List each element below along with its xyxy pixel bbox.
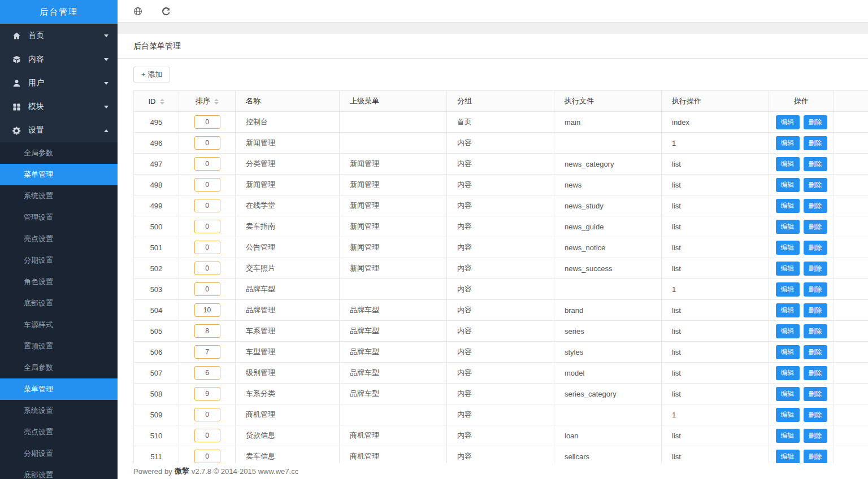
cell-parent: 新闻管理 bbox=[340, 175, 447, 195]
delete-button[interactable]: 删除 bbox=[804, 429, 827, 443]
edit-button[interactable]: 编辑 bbox=[776, 324, 800, 338]
edit-button[interactable]: 编辑 bbox=[776, 178, 800, 192]
delete-button[interactable]: 删除 bbox=[804, 387, 827, 401]
refresh-icon[interactable] bbox=[162, 7, 171, 16]
sidebar-item-home[interactable]: 首页 bbox=[0, 24, 118, 47]
sidebar-item-gear[interactable]: 设置 bbox=[0, 119, 118, 142]
column-header[interactable]: 排序 bbox=[179, 91, 236, 112]
edit-button[interactable]: 编辑 bbox=[776, 450, 800, 464]
sort-input[interactable] bbox=[194, 282, 220, 296]
sort-input[interactable] bbox=[194, 157, 220, 171]
sidebar-item-module[interactable]: 模块 bbox=[0, 95, 118, 119]
sort-input[interactable] bbox=[194, 324, 220, 338]
sort-input[interactable] bbox=[194, 450, 220, 463]
sort-input[interactable] bbox=[194, 303, 220, 317]
sort-input[interactable] bbox=[194, 366, 220, 380]
sidebar-subitem[interactable]: 菜单管理 bbox=[0, 378, 118, 400]
sort-input[interactable] bbox=[194, 429, 220, 442]
sidebar-subitem[interactable]: 菜单管理 bbox=[0, 164, 118, 185]
edit-button[interactable]: 编辑 bbox=[776, 220, 800, 234]
delete-button[interactable]: 删除 bbox=[804, 241, 827, 255]
table-row: 505车系管理品牌车型内容serieslist编辑删除 bbox=[134, 321, 868, 342]
sidebar-subitem[interactable]: 管理设置 bbox=[0, 207, 118, 228]
sort-input[interactable] bbox=[194, 199, 220, 212]
app-title[interactable]: 后台管理 bbox=[0, 0, 118, 24]
sort-input[interactable] bbox=[194, 345, 220, 359]
cell-ops: 编辑删除 bbox=[769, 237, 834, 258]
sidebar-subitem[interactable]: 底部设置 bbox=[0, 293, 118, 314]
cell-id: 501 bbox=[134, 237, 179, 258]
cell-spacer bbox=[834, 258, 868, 279]
sidebar-subitem[interactable]: 分期设置 bbox=[0, 250, 118, 271]
edit-button[interactable]: 编辑 bbox=[776, 136, 800, 150]
cell-group: 内容 bbox=[447, 237, 554, 258]
edit-button[interactable]: 编辑 bbox=[776, 262, 800, 276]
edit-button[interactable]: 编辑 bbox=[776, 408, 800, 422]
sidebar-subitem[interactable]: 系统设置 bbox=[0, 400, 118, 421]
sort-input[interactable] bbox=[194, 115, 220, 129]
edit-button[interactable]: 编辑 bbox=[776, 345, 800, 359]
sort-icon[interactable] bbox=[214, 99, 219, 104]
sidebar-item-user[interactable]: 用户 bbox=[0, 71, 118, 95]
sidebar-subitem[interactable]: 底部设置 bbox=[0, 464, 118, 479]
sort-icon[interactable] bbox=[160, 99, 164, 104]
sort-input[interactable] bbox=[194, 220, 220, 233]
edit-button[interactable]: 编辑 bbox=[776, 241, 800, 255]
topbar bbox=[118, 0, 868, 23]
edit-button[interactable]: 编辑 bbox=[776, 303, 800, 317]
sidebar-subitem[interactable]: 全局参数 bbox=[0, 142, 118, 164]
delete-button[interactable]: 删除 bbox=[804, 220, 827, 234]
edit-button[interactable]: 编辑 bbox=[776, 429, 800, 443]
delete-button[interactable]: 删除 bbox=[804, 345, 827, 359]
cell-file: news_category bbox=[554, 154, 662, 175]
add-button[interactable]: + 添加 bbox=[133, 67, 170, 82]
sort-input[interactable] bbox=[194, 262, 220, 275]
column-header[interactable]: ID bbox=[134, 91, 179, 112]
delete-button[interactable]: 删除 bbox=[804, 303, 827, 317]
cell-sort bbox=[179, 154, 236, 175]
sidebar-subitem[interactable]: 系统设置 bbox=[0, 185, 118, 207]
sidebar-subitem[interactable]: 置顶设置 bbox=[0, 336, 118, 357]
edit-button[interactable]: 编辑 bbox=[776, 157, 800, 171]
edit-button[interactable]: 编辑 bbox=[776, 366, 800, 380]
cell-id: 498 bbox=[134, 175, 179, 195]
footer-brand[interactable]: 微擎 bbox=[175, 466, 189, 476]
delete-button[interactable]: 删除 bbox=[804, 408, 827, 422]
sidebar-item-content[interactable]: 内容 bbox=[0, 47, 118, 71]
sidebar-item-label: 模块 bbox=[28, 102, 104, 112]
edit-button[interactable]: 编辑 bbox=[776, 387, 800, 401]
sort-input[interactable] bbox=[194, 178, 220, 191]
edit-button[interactable]: 编辑 bbox=[776, 115, 800, 129]
delete-button[interactable]: 删除 bbox=[804, 282, 827, 297]
cell-spacer bbox=[834, 363, 868, 384]
delete-button[interactable]: 删除 bbox=[804, 366, 827, 380]
delete-button[interactable]: 删除 bbox=[804, 136, 827, 150]
cell-spacer bbox=[834, 195, 868, 216]
sort-input[interactable] bbox=[194, 387, 220, 400]
delete-button[interactable]: 删除 bbox=[804, 199, 827, 213]
delete-button[interactable]: 删除 bbox=[804, 324, 827, 338]
edit-button[interactable]: 编辑 bbox=[776, 199, 800, 213]
delete-button[interactable]: 删除 bbox=[804, 178, 827, 192]
sort-input[interactable] bbox=[194, 408, 220, 421]
sidebar-subitem[interactable]: 分期设置 bbox=[0, 443, 118, 464]
sort-input[interactable] bbox=[194, 136, 220, 150]
sort-input[interactable] bbox=[194, 241, 220, 254]
sidebar-subitem[interactable]: 亮点设置 bbox=[0, 421, 118, 443]
sidebar-subitem[interactable]: 角色设置 bbox=[0, 271, 118, 293]
cell-name: 在线学堂 bbox=[236, 195, 340, 216]
globe-icon[interactable] bbox=[133, 7, 142, 16]
delete-button[interactable]: 删除 bbox=[804, 115, 827, 129]
cell-spacer bbox=[834, 112, 868, 133]
delete-button[interactable]: 删除 bbox=[804, 450, 827, 464]
column-header-label: 执行操作 bbox=[672, 97, 701, 105]
sidebar-subitem[interactable]: 车源样式 bbox=[0, 314, 118, 336]
delete-button[interactable]: 删除 bbox=[804, 262, 827, 276]
sidebar-subitem[interactable]: 全局参数 bbox=[0, 357, 118, 378]
cell-sort bbox=[179, 279, 236, 300]
cell-file: styles bbox=[554, 342, 662, 363]
edit-button[interactable]: 编辑 bbox=[776, 282, 800, 297]
sidebar-subitem[interactable]: 亮点设置 bbox=[0, 228, 118, 250]
cell-spacer bbox=[834, 216, 868, 237]
delete-button[interactable]: 删除 bbox=[804, 157, 827, 171]
